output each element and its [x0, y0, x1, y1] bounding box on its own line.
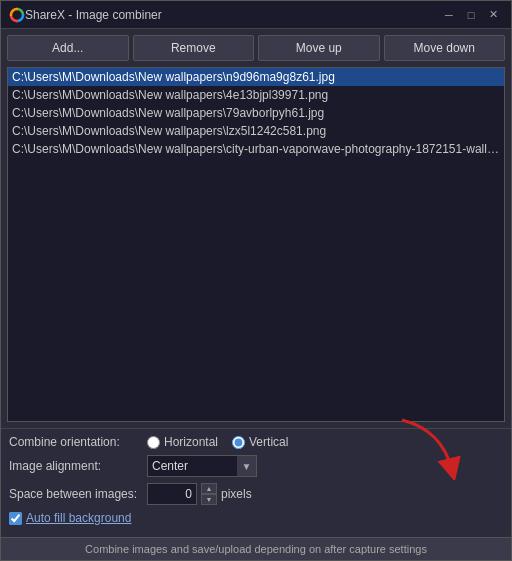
move-up-button[interactable]: Move up [258, 35, 380, 61]
file-list-item[interactable]: C:\Users\M\Downloads\New wallpapers\lzx5… [8, 122, 504, 140]
minimize-button[interactable]: ─ [439, 6, 459, 24]
window-controls: ─ □ ✕ [439, 6, 503, 24]
status-bar: Combine images and save/upload depending… [1, 537, 511, 560]
status-text: Combine images and save/upload depending… [85, 543, 427, 555]
auto-fill-row: Auto fill background [9, 511, 503, 525]
maximize-button[interactable]: □ [461, 6, 481, 24]
app-icon [9, 7, 25, 23]
toolbar: Add... Remove Move up Move down [1, 29, 511, 67]
vertical-radio-item[interactable]: Vertical [232, 435, 288, 449]
remove-button[interactable]: Remove [133, 35, 255, 61]
horizontal-label: Horizontal [164, 435, 218, 449]
vertical-label: Vertical [249, 435, 288, 449]
title-bar: ShareX - Image combiner ─ □ ✕ [1, 1, 511, 29]
alignment-select[interactable]: Left Center Right [147, 455, 257, 477]
vertical-radio[interactable] [232, 436, 245, 449]
pixels-label: pixels [221, 487, 252, 501]
main-window: ShareX - Image combiner ─ □ ✕ Add... Rem… [0, 0, 512, 561]
space-spin-buttons: ▲ ▼ [201, 483, 217, 505]
file-list-item[interactable]: C:\Users\M\Downloads\New wallpapers\n9d9… [8, 68, 504, 86]
orientation-radio-group: Horizontal Vertical [147, 435, 288, 449]
window-title: ShareX - Image combiner [25, 8, 439, 22]
add-button[interactable]: Add... [7, 35, 129, 61]
alignment-select-wrap: Left Center Right ▼ [147, 455, 257, 477]
space-between-row: Space between images: ▲ ▼ pixels [9, 483, 503, 505]
auto-fill-checkbox-row: Auto fill background [9, 511, 131, 525]
space-down-button[interactable]: ▼ [201, 494, 217, 505]
space-up-button[interactable]: ▲ [201, 483, 217, 494]
file-list-item[interactable]: C:\Users\M\Downloads\New wallpapers\4e13… [8, 86, 504, 104]
file-list-item[interactable]: C:\Users\M\Downloads\New wallpapers\79av… [8, 104, 504, 122]
image-alignment-row: Image alignment: Left Center Right ▼ [9, 455, 503, 477]
space-between-label: Space between images: [9, 487, 139, 501]
auto-fill-checkbox[interactable] [9, 512, 22, 525]
move-down-button[interactable]: Move down [384, 35, 506, 61]
auto-fill-label[interactable]: Auto fill background [26, 511, 131, 525]
combine-orientation-label: Combine orientation: [9, 435, 139, 449]
file-list-item[interactable]: C:\Users\M\Downloads\New wallpapers\city… [8, 140, 504, 158]
combine-orientation-row: Combine orientation: Horizontal Vertical [9, 435, 503, 449]
horizontal-radio-item[interactable]: Horizontal [147, 435, 218, 449]
close-button[interactable]: ✕ [483, 6, 503, 24]
file-list[interactable]: C:\Users\M\Downloads\New wallpapers\n9d9… [7, 67, 505, 422]
horizontal-radio[interactable] [147, 436, 160, 449]
space-input[interactable] [147, 483, 197, 505]
image-alignment-label: Image alignment: [9, 459, 139, 473]
space-spin-wrap: ▲ ▼ pixels [147, 483, 252, 505]
options-panel: Combine orientation: Horizontal Vertical… [1, 428, 511, 537]
